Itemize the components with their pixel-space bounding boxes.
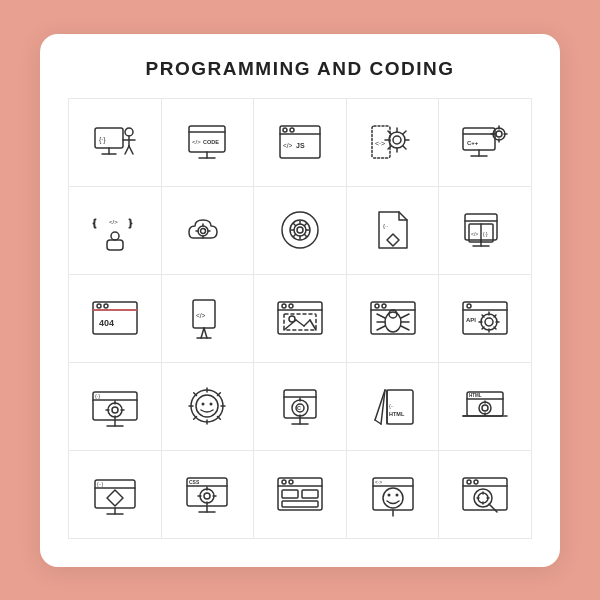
svg-rect-195 (282, 501, 318, 507)
svg-text:{·}: {·} (99, 136, 106, 144)
face-code-icon: <·> (367, 468, 419, 520)
svg-text:CODE: CODE (203, 139, 219, 145)
svg-point-17 (283, 128, 287, 132)
svg-point-206 (474, 480, 478, 484)
gear-code-icon: <·> (367, 116, 419, 168)
svg-line-84 (201, 328, 204, 338)
svg-point-97 (289, 316, 295, 322)
svg-line-85 (204, 328, 207, 338)
icon-cell-20: HTML (439, 363, 532, 451)
svg-text:{··}: {··} (97, 481, 103, 487)
c-gear-stand-icon: C (274, 380, 326, 432)
svg-point-91 (289, 304, 293, 308)
icon-cell-13 (254, 275, 347, 363)
code-blocks-icon (274, 468, 326, 520)
svg-line-64 (304, 234, 306, 236)
svg-point-199 (383, 488, 403, 508)
svg-point-182 (200, 489, 214, 503)
c-gear-monitor-icon: C++ (459, 116, 511, 168)
icon-cell-22: CSS (162, 451, 255, 539)
svg-line-63 (293, 224, 295, 226)
svg-point-146 (210, 403, 213, 406)
book-code-icon: </> {·} (459, 204, 511, 256)
icon-cell-8 (254, 187, 347, 275)
svg-point-80 (104, 304, 108, 308)
icon-cell-18: C (254, 363, 347, 451)
search-gear-browser-icon (459, 468, 511, 520)
svg-point-192 (289, 480, 293, 484)
svg-point-114 (485, 318, 493, 326)
svg-text:</>: </> (283, 142, 293, 149)
svg-text:C++: C++ (467, 140, 479, 146)
icon-cell-7 (162, 187, 255, 275)
gear-face-icon (181, 380, 233, 432)
svg-text:</>: </> (196, 312, 206, 319)
svg-rect-189 (278, 478, 322, 510)
icon-cell-6: { } </> (69, 187, 162, 275)
svg-text:HTML: HTML (469, 393, 482, 398)
svg-point-22 (393, 136, 401, 144)
svg-line-96 (310, 320, 316, 330)
svg-point-49 (198, 226, 208, 236)
svg-line-141 (194, 393, 197, 396)
svg-point-18 (290, 128, 294, 132)
svg-line-209 (489, 504, 497, 512)
svg-point-50 (201, 229, 206, 234)
icon-cell-19: {·· HTML (347, 363, 440, 451)
browser-bug-icon (367, 292, 419, 344)
svg-line-95 (304, 320, 310, 326)
svg-point-205 (467, 480, 471, 484)
api-gear-icon: API (459, 292, 511, 344)
svg-point-109 (389, 310, 397, 318)
svg-line-66 (293, 234, 295, 236)
svg-point-191 (282, 480, 286, 484)
svg-line-144 (194, 417, 197, 420)
svg-text:JS: JS (296, 142, 305, 149)
html-book-icon: {·· HTML (367, 380, 419, 432)
svg-text:</>: </> (471, 231, 478, 237)
svg-point-128 (108, 403, 122, 417)
monitor-gear-code-icon: {·} (89, 380, 141, 432)
file-diamond-icon: {·· (367, 204, 419, 256)
svg-point-4 (125, 128, 133, 136)
svg-line-106 (401, 314, 409, 318)
svg-text:{··: {·· (389, 403, 394, 409)
svg-line-142 (218, 417, 221, 420)
svg-text:404: 404 (99, 318, 114, 328)
svg-text:</>: </> (192, 139, 201, 145)
svg-point-136 (196, 395, 218, 417)
svg-marker-176 (107, 490, 123, 506)
svg-point-47 (111, 232, 119, 240)
svg-text:<·>: <·> (375, 479, 382, 485)
svg-line-65 (304, 224, 306, 226)
svg-rect-193 (282, 490, 298, 498)
icon-cell-15: API (439, 275, 532, 363)
svg-line-157 (375, 420, 381, 424)
svg-point-100 (375, 304, 379, 308)
svg-point-112 (467, 304, 471, 308)
svg-text:}: } (129, 218, 132, 228)
developer-monitor-icon: {·} (89, 116, 141, 168)
svg-text:<·>: <·> (375, 140, 385, 147)
svg-point-167 (479, 402, 491, 414)
svg-line-28 (403, 146, 406, 149)
icon-cell-17 (162, 363, 255, 451)
icon-cell-5: C++ (439, 99, 532, 187)
browser-404-icon: 404 (89, 292, 141, 344)
svg-rect-48 (107, 240, 123, 250)
svg-point-101 (382, 304, 386, 308)
svg-line-105 (377, 326, 385, 330)
icon-cell-10: </> {·} (439, 187, 532, 275)
svg-line-143 (218, 393, 221, 396)
svg-point-102 (385, 312, 401, 332)
svg-line-94 (296, 320, 304, 326)
svg-marker-68 (387, 234, 399, 246)
code-stand-icon: </> (181, 292, 233, 344)
html-gear-laptop-icon: HTML (459, 380, 511, 432)
icon-cell-2: </> CODE (162, 99, 255, 187)
svg-text:CSS: CSS (189, 479, 200, 485)
svg-text:HTML: HTML (389, 411, 405, 417)
svg-point-79 (97, 304, 101, 308)
icon-cell-24: <·> (347, 451, 440, 539)
svg-point-57 (297, 227, 303, 233)
